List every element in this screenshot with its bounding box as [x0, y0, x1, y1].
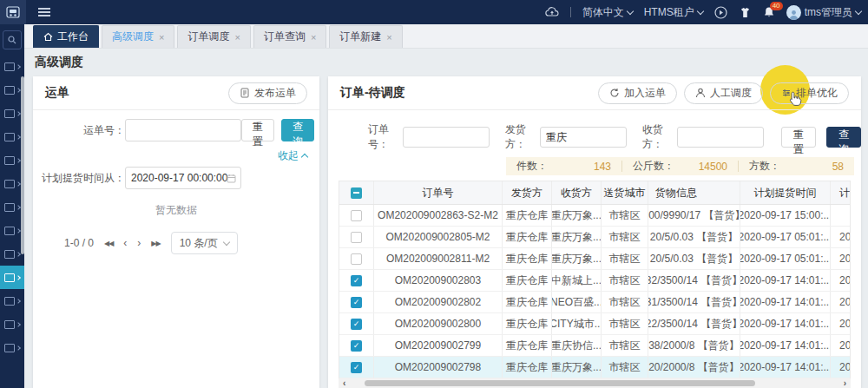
tenant-selector[interactable]: HTMS租户: [644, 5, 703, 20]
publish-waybill-button[interactable]: 发布运单: [228, 82, 307, 104]
cell-city: 市辖区: [602, 205, 648, 226]
cell-pickup_time: 2020-09-17 14:01:...: [740, 335, 831, 356]
waybill-search-button[interactable]: 查 询: [281, 119, 314, 141]
row-checkbox[interactable]: [351, 232, 362, 243]
tab-2[interactable]: 订单调度×: [177, 25, 250, 48]
sidebar-item-1[interactable]: [0, 55, 24, 78]
chevron-right-icon: [16, 205, 21, 210]
collapse-link[interactable]: 收起: [45, 148, 307, 163]
row-checkbox[interactable]: ✓: [351, 340, 362, 352]
no-data-text: 暂无数据: [33, 203, 319, 218]
prev-page-icon[interactable]: ‹: [123, 237, 127, 249]
order-reset-button[interactable]: 重置: [781, 127, 816, 148]
cell-order_no: OM202009002863-S2-M2: [374, 205, 503, 226]
guide-play-icon[interactable]: [714, 6, 727, 19]
last-page-icon[interactable]: ▶▶: [151, 240, 160, 247]
table-row[interactable]: ✓OM202009002800重庆仓库CITY城市...市辖区22/3500/1…: [339, 313, 850, 335]
row-checkbox[interactable]: ✓: [351, 275, 362, 286]
waybill-pagination: 1-0 / 0 ◀◀ ‹ › ▶▶ 10 条/页: [64, 232, 319, 254]
store-shirt-icon[interactable]: [739, 7, 752, 18]
page-size-value: 10 条/页: [180, 236, 218, 251]
table-row[interactable]: ✓OM202009002798重庆仓库重庆万象...市辖区20/2000/8 【…: [339, 357, 850, 378]
cell-cargo: 31/3500/14 【普货】: [648, 292, 740, 312]
table-row[interactable]: OM202009002805-M2重庆仓库重庆万象...市辖区20/5/0.03…: [339, 227, 850, 248]
sidebar-search-button[interactable]: [3, 30, 22, 49]
language-selector[interactable]: 简体中文: [582, 5, 633, 20]
scrollbar-thumb[interactable]: [365, 380, 755, 386]
divider: [570, 7, 571, 17]
collapse-menu-icon[interactable]: [38, 8, 50, 16]
cell-city: 市辖区: [602, 227, 648, 247]
sidebar-item-11[interactable]: [0, 289, 24, 312]
tab-4[interactable]: 订单新建×: [329, 25, 402, 48]
user-menu[interactable]: tms管理员: [786, 5, 861, 20]
select-all-checkbox[interactable]: [351, 187, 362, 199]
cloud-upload-icon[interactable]: [545, 7, 559, 17]
cell-cargo: 20/5/0.03 【普货】: [648, 248, 740, 269]
row-checkbox[interactable]: [351, 210, 362, 221]
manual-dispatch-button[interactable]: 人工调度: [684, 82, 763, 104]
page-title: 高级调度: [35, 55, 83, 70]
next-page-icon[interactable]: ›: [137, 237, 141, 249]
cell-shipper: 重庆仓库: [503, 313, 552, 334]
table-row[interactable]: OM202009002863-S2-M2重庆仓库重庆万象...市辖区900/99…: [339, 205, 850, 227]
scroll-left-icon[interactable]: ‹: [343, 378, 345, 388]
table-row[interactable]: ✓OM202009002802重庆仓库NEO百盛...市辖区31/3500/14…: [339, 292, 850, 313]
sidebar-item-13[interactable]: [0, 336, 24, 359]
table-row[interactable]: ✓OM202009002799重庆仓库重庆协信...市辖区38/2000/8 【…: [339, 335, 850, 357]
cell-cargo: 38/2000/8 【普货】: [648, 335, 740, 356]
cell-receiver: 重庆万象...: [552, 248, 602, 269]
menu-module-icon: [4, 297, 15, 306]
tab-3[interactable]: 订单查询×: [253, 25, 326, 48]
cell-shipper: 重庆仓库: [503, 292, 552, 312]
sidebar-item-12[interactable]: [0, 312, 24, 336]
row-checkbox[interactable]: ✓: [351, 319, 362, 330]
cell-receiver: 中新城上...: [552, 270, 602, 291]
search-icon: [8, 36, 16, 44]
tab-1[interactable]: 高级调度×: [102, 25, 174, 48]
cell-receiver: CITY城市...: [552, 313, 602, 334]
row-checkbox[interactable]: [351, 253, 362, 265]
cell-order_no: OM202009002800: [374, 313, 503, 334]
action-label: 人工调度: [710, 86, 752, 101]
scroll-right-icon[interactable]: ›: [844, 378, 846, 388]
tab-workbench[interactable]: 工作台: [33, 25, 99, 48]
horizontal-scrollbar[interactable]: ‹ ›: [339, 378, 851, 388]
join-waybill-button[interactable]: 加入运单: [598, 82, 677, 104]
notifications-bell-icon[interactable]: 40: [763, 6, 775, 18]
cell-pickup_time: 2020-09-17 14:01:...: [740, 313, 831, 334]
sidebar-item-10[interactable]: [0, 266, 24, 289]
waybill-panel: 运单 发布运单 运单号： 重 置 查 询 收起 计划提货时间从： 暂无数据 1-…: [33, 76, 319, 388]
close-icon[interactable]: ×: [386, 32, 391, 43]
tab-label: 订单调度: [187, 30, 229, 44]
order-no-label: 订单号：: [368, 122, 399, 152]
row-checkbox[interactable]: ✓: [351, 297, 362, 308]
shipper-input[interactable]: [540, 127, 627, 148]
row-checkbox[interactable]: ✓: [351, 362, 362, 373]
waybill-no-input[interactable]: [125, 119, 241, 141]
waybill-reset-button[interactable]: 重 置: [241, 119, 274, 141]
sidebar-scrollbar[interactable]: [21, 76, 24, 254]
first-page-icon[interactable]: ◀◀: [104, 240, 113, 247]
table-row[interactable]: OM202009002811-M2重庆仓库重庆万象...市辖区20/5/0.03…: [339, 248, 850, 270]
close-icon[interactable]: ×: [311, 32, 316, 43]
order-search-button[interactable]: 查询: [826, 127, 861, 148]
checkbox-cell: ✓: [339, 357, 374, 378]
receiver-input[interactable]: [677, 127, 764, 148]
cell-pickup_time: 2020-09-17 05:01:...: [740, 248, 831, 269]
cell-pickup_time: 2020-09-17 05:01:...: [740, 227, 831, 247]
cell-delivery_time: 2020-0: [831, 292, 850, 312]
cell-cargo: 20/5/0.03 【普货】: [648, 227, 740, 247]
order-no-input[interactable]: [403, 127, 490, 148]
cell-cargo: 22/3500/14 【普货】: [648, 313, 740, 334]
table-row[interactable]: ✓OM202009002803重庆仓库中新城上...市辖区32/3500/14 …: [339, 270, 850, 292]
app-logo[interactable]: [0, 0, 26, 24]
pickup-from-date-input[interactable]: [125, 167, 241, 189]
cell-order_no: OM202009002798: [374, 357, 503, 378]
chevron-right-icon: [16, 322, 21, 327]
optimize-schedule-button[interactable]: 排单优化: [770, 82, 849, 104]
tab-label: 高级调度: [112, 30, 154, 44]
close-icon[interactable]: ×: [234, 32, 240, 43]
close-icon[interactable]: ×: [159, 32, 164, 43]
page-size-select[interactable]: 10 条/页: [171, 232, 238, 254]
